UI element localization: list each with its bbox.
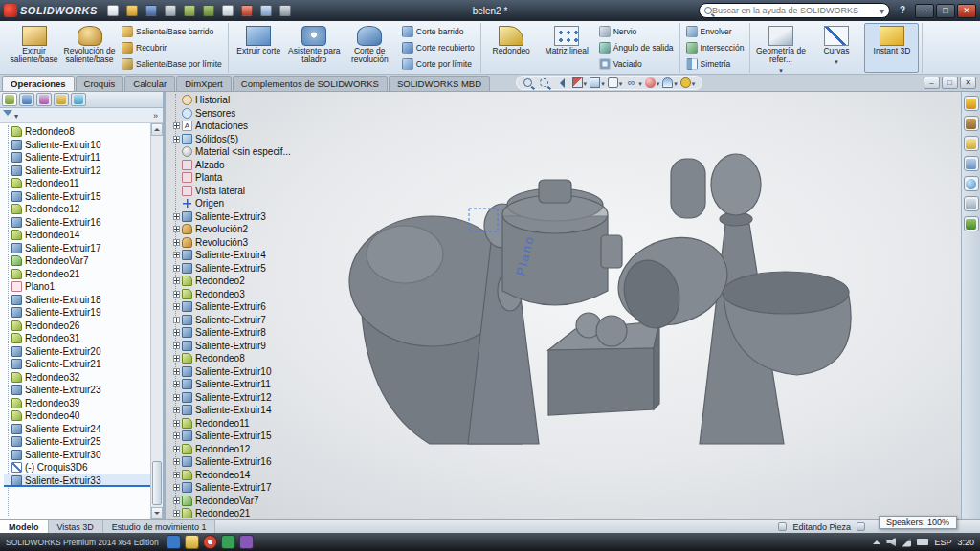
task-pane-tab[interactable] <box>964 116 979 131</box>
expand-icon[interactable] <box>173 484 180 491</box>
tree-item[interactable]: Saliente-Extruir7 <box>171 314 319 327</box>
panel-chevron[interactable]: » <box>153 111 160 121</box>
quick-access-button[interactable] <box>163 3 178 18</box>
tree-item[interactable]: Redondeo14 <box>171 469 319 482</box>
expand-icon[interactable] <box>173 458 180 465</box>
expand-icon[interactable] <box>173 368 180 375</box>
tree-item[interactable]: Redondeo31 <box>4 332 163 345</box>
expand-icon[interactable] <box>173 213 180 220</box>
tree-item[interactable]: Revolución3 <box>171 236 319 250</box>
quick-access-button[interactable] <box>239 3 255 18</box>
ribbon-small-button[interactable]: Intersección <box>683 41 747 55</box>
tree-item[interactable]: Redondeo11 <box>171 417 319 430</box>
view-tool-button[interactable] <box>523 77 537 88</box>
doc-close-button[interactable]: ✕ <box>960 77 976 89</box>
expand-icon[interactable] <box>173 394 180 401</box>
ribbon-button[interactable]: Instant 3D <box>864 23 919 73</box>
filter-icon[interactable] <box>3 110 12 121</box>
tree-item[interactable]: RedondeoVar7 <box>4 254 163 268</box>
ribbon-small-button[interactable]: Recubrir <box>119 41 225 55</box>
expand-icon[interactable] <box>173 381 180 387</box>
tree-item[interactable]: Origen <box>171 197 319 210</box>
ribbon-button[interactable]: Curvas <box>809 23 863 73</box>
view-tool-button[interactable] <box>625 77 642 88</box>
expand-icon[interactable] <box>173 277 180 284</box>
tree-item[interactable]: Revolución2 <box>171 223 319 236</box>
keyboard-language[interactable]: ESP <box>934 538 951 547</box>
maximize-button[interactable]: □ <box>936 4 955 18</box>
ribbon-button[interactable]: Asistente para taladro <box>287 23 342 73</box>
ribbon-button[interactable]: Extruir corte <box>232 23 286 73</box>
tree-item[interactable]: Saliente-Extruir18 <box>4 294 163 307</box>
expand-icon[interactable] <box>173 407 180 413</box>
task-pane-tab[interactable] <box>964 156 979 171</box>
tree-item[interactable]: Saliente-Extruir21 <box>4 358 163 371</box>
ribbon-button[interactable]: Geometría de refer... <box>753 23 808 73</box>
view-tool-button[interactable] <box>645 77 660 88</box>
tree-item[interactable]: Vista lateral <box>171 185 319 198</box>
scroll-down-icon[interactable] <box>151 507 163 519</box>
manager-tab[interactable] <box>2 93 17 106</box>
tree-item[interactable]: Saliente-Extruir12 <box>4 165 163 178</box>
tree-item[interactable]: Historial <box>171 94 319 107</box>
quick-access-button[interactable] <box>220 3 235 18</box>
expand-icon[interactable] <box>173 497 180 504</box>
model-tab[interactable]: Modelo <box>0 520 49 533</box>
model-tab[interactable]: Estudio de movimiento 1 <box>103 520 216 533</box>
tree-item[interactable]: Alzado <box>171 159 319 172</box>
tree-item[interactable]: Redondeo12 <box>4 203 163 216</box>
tree-item[interactable]: Sólidos(5) <box>171 133 319 146</box>
ribbon-small-button[interactable]: Saliente/Base por límite <box>119 56 225 71</box>
doc-minimize-button[interactable]: – <box>924 77 940 89</box>
model-tab[interactable]: Vistas 3D <box>49 520 103 533</box>
command-tab[interactable]: SOLIDWORKS MBD <box>389 76 490 91</box>
command-tab[interactable]: Complementos de SOLIDWORKS <box>233 76 388 91</box>
tree-item[interactable]: Redondeo3 <box>171 288 319 301</box>
tree-item[interactable]: Saliente-Extruir24 <box>4 423 163 436</box>
tree-item[interactable]: Redondeo8 <box>4 125 163 139</box>
help-search-box[interactable]: ▾ <box>699 3 890 18</box>
tree-item[interactable]: Redondeo11 <box>4 177 163 190</box>
tree-item[interactable]: Redondeo8 <box>171 352 319 365</box>
command-tab[interactable]: Croquis <box>76 76 124 91</box>
tree-item[interactable]: Redondeo14 <box>4 229 163 242</box>
command-tab[interactable]: Operaciones <box>2 76 75 91</box>
ribbon-button[interactable]: Redondeo <box>484 23 539 73</box>
taskbar-app-icon[interactable] <box>185 535 199 549</box>
ribbon-button[interactable]: Corte de revolución <box>343 23 397 73</box>
tree-item[interactable]: Saliente-Extruir25 <box>4 435 163 449</box>
search-dropdown-icon[interactable]: ▾ <box>880 6 884 16</box>
view-tool-button[interactable] <box>540 77 553 88</box>
expand-icon[interactable] <box>173 446 180 452</box>
network-icon[interactable] <box>902 538 911 547</box>
tree-item[interactable]: Saliente-Extruir11 <box>4 151 163 165</box>
ribbon-small-button[interactable]: Corte recubierto <box>399 41 478 55</box>
tree-item[interactable]: Material <sin especif... <box>171 145 319 159</box>
tree-item[interactable]: Saliente-Extruir17 <box>4 242 163 255</box>
tree-item[interactable]: Saliente-Extruir33 <box>4 474 163 488</box>
ribbon-button[interactable]: Extruir saliente/base <box>7 23 61 73</box>
tree-item[interactable]: Redondeo2 <box>171 275 319 288</box>
taskbar-app-icon[interactable] <box>203 535 217 549</box>
tree-item[interactable]: Saliente-Extruir19 <box>4 306 163 320</box>
task-pane-tab[interactable] <box>964 96 979 111</box>
tree-item[interactable]: Saliente-Extruir20 <box>4 345 163 359</box>
tree-item[interactable]: Redondeo21 <box>4 268 163 281</box>
ribbon-small-button[interactable]: Vaciado <box>596 56 677 71</box>
expand-icon[interactable] <box>173 329 180 336</box>
tree-item[interactable]: Saliente-Extruir16 <box>4 216 163 230</box>
tray-expand-icon[interactable] <box>873 537 880 544</box>
ribbon-small-button[interactable]: Envolver <box>683 25 747 39</box>
view-tool-button[interactable] <box>662 77 678 88</box>
quick-access-button[interactable] <box>182 3 197 18</box>
manager-tab[interactable] <box>54 93 69 106</box>
expand-icon[interactable] <box>173 252 180 258</box>
view-tool-button[interactable] <box>555 77 569 88</box>
task-pane-tab[interactable] <box>964 196 979 211</box>
tree-item[interactable]: Saliente-Extruir10 <box>4 139 163 152</box>
tree-item[interactable]: Saliente-Extruir4 <box>171 249 319 262</box>
quick-access-button[interactable] <box>201 3 216 18</box>
ribbon-small-button[interactable]: Nervio <box>596 25 677 39</box>
tree-item[interactable]: Plano1 <box>4 280 163 294</box>
expand-icon[interactable] <box>173 122 180 129</box>
